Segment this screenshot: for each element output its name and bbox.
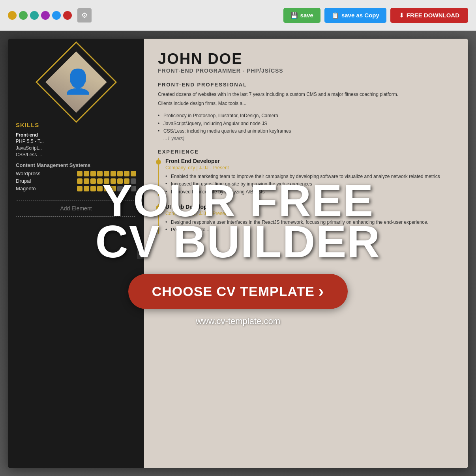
color-dot-purple[interactable] — [41, 11, 50, 20]
wordpress-dots — [77, 171, 136, 176]
job-bullet-1-3: Improved bounce rate by analyzing A/B te… — [165, 188, 454, 196]
save-button[interactable]: 💾 save — [283, 8, 320, 23]
dot — [90, 186, 96, 191]
dot — [104, 171, 109, 176]
download-label: FREE DOWNLOAD — [407, 12, 459, 19]
download-button[interactable]: ⬇ FREE DOWNLOAD — [390, 8, 468, 23]
magento-dots — [77, 186, 136, 191]
dot — [131, 186, 136, 191]
job-bullet-1-2: Increased the users' time on-site by imp… — [165, 180, 454, 188]
dot — [104, 186, 109, 191]
cms-item-magento: Magento — [16, 186, 136, 191]
dot — [124, 171, 129, 176]
cms-item-wordpress: Wordpress — [16, 171, 136, 176]
skill-bullet-2: JavaScript/Jquery, including Angular and… — [158, 120, 454, 127]
color-dot-red[interactable] — [63, 11, 72, 20]
dot — [111, 178, 116, 184]
dot — [111, 171, 116, 176]
skill-frontend: Front-end — [16, 132, 136, 138]
dot — [124, 178, 129, 184]
job-item-1: Front End Developer Company, city | JJJJ… — [158, 158, 454, 196]
dot — [90, 178, 96, 184]
job-bullet-2-1: Designed responsive user interfaces in t… — [165, 219, 454, 226]
cv-container: SKILLS Front-end PHP 5.5 - T... JavaScri… — [8, 39, 468, 468]
choose-template-button[interactable]: CHOOSE CV TEMPLATE › — [128, 274, 348, 309]
profile-photo — [45, 51, 108, 114]
dot — [117, 178, 123, 184]
color-dot-green[interactable] — [19, 11, 28, 20]
dot — [117, 171, 123, 176]
profile-text: Created dozens of websites with in the l… — [158, 91, 454, 98]
cms-name-magento: Magento — [16, 186, 36, 191]
color-dot-blue[interactable] — [52, 11, 61, 20]
experience-section-title: EXPERIENCE — [158, 149, 454, 155]
dot — [77, 186, 82, 191]
choose-btn-arrow: › — [319, 283, 324, 300]
job-bullet-1-1: Enabled the marketing team to improve th… — [165, 173, 454, 180]
dot — [131, 171, 136, 176]
skill-js: JavaScript... — [16, 145, 136, 151]
gear-button[interactable]: ⚙ — [77, 8, 92, 22]
skill-note: ...1 years) — [158, 135, 454, 142]
dot — [90, 171, 96, 176]
skill-css: CSS/Less ... — [16, 152, 136, 157]
dot — [97, 178, 103, 184]
save-label: save — [300, 12, 313, 19]
dot — [104, 178, 109, 184]
dot — [84, 186, 89, 191]
dot — [77, 171, 82, 176]
cms-name-wordpress: Wordpress — [16, 171, 41, 176]
dot — [84, 171, 89, 176]
job-company-1: Company, city | JJJJ - Present — [165, 165, 454, 171]
save-icon: 💾 — [290, 12, 298, 19]
job-company-2: Company, city | JJJJ - Present — [165, 211, 454, 216]
dot — [111, 186, 116, 191]
dot — [97, 171, 103, 176]
main-area: SKILLS Front-end PHP 5.5 - T... JavaScri… — [0, 31, 476, 476]
job-item-2: UI Web Developer Company, city | JJJJ - … — [158, 204, 454, 234]
skill-bullet-3: CSS/Less; including media queries and an… — [158, 127, 454, 135]
cms-section-title: Content Management Systems — [16, 162, 136, 168]
skill-php: PHP 5.5 - T... — [16, 139, 136, 144]
dot — [131, 178, 136, 184]
cv-sidebar: SKILLS Front-end PHP 5.5 - T... JavaScri… — [8, 39, 144, 468]
profile-text2: Clients include design firms, Mac tools … — [158, 100, 454, 107]
dot — [117, 186, 123, 191]
color-dot-orange[interactable] — [8, 11, 17, 20]
toolbar: ⚙ 💾 save 📋 save as Copy ⬇ FREE DOWNLOAD — [0, 0, 476, 31]
job-title-2: UI Web Developer — [165, 204, 454, 210]
job-bullet-2-2: Perform tasks to... — [165, 226, 454, 234]
download-icon: ⬇ — [399, 12, 404, 19]
dot — [124, 186, 129, 191]
sidebar-arrow[interactable]: ▶ — [137, 247, 144, 259]
copy-icon: 📋 — [332, 12, 339, 19]
cms-item-drupal: Drupal — [16, 178, 136, 184]
dot — [77, 178, 82, 184]
add-element-button[interactable]: Add Element — [16, 200, 136, 217]
job-title-1: Front End Developer — [165, 158, 454, 164]
choose-btn-label: CHOOSE CV TEMPLATE — [152, 284, 315, 299]
cms-name-drupal: Drupal — [16, 178, 31, 184]
save-copy-label: save as Copy — [341, 12, 379, 19]
dot — [97, 186, 103, 191]
dot — [84, 178, 89, 184]
avatar — [45, 51, 107, 113]
color-dot-teal[interactable] — [30, 11, 39, 20]
skill-bullet-1: Proficiency in Photoshop, Illustrator, I… — [158, 112, 454, 120]
drupal-dots — [77, 178, 136, 184]
cv-job-title: FRONT-END PROGRAMMER - PHP/JS/CSS — [158, 67, 454, 74]
save-copy-button[interactable]: 📋 save as Copy — [324, 8, 386, 23]
profile-section-title: FRONT-END PROFESSIONAL — [158, 82, 454, 88]
cv-name: JOHN DOE — [158, 51, 454, 67]
cv-content: JOHN DOE FRONT-END PROGRAMMER - PHP/JS/C… — [144, 39, 468, 468]
